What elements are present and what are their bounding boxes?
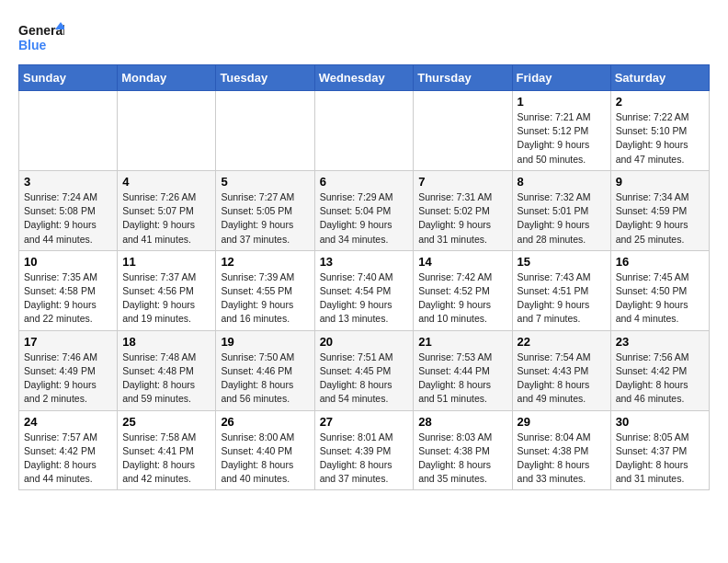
day-info: Sunrise: 7:22 AM Sunset: 5:10 PM Dayligh… xyxy=(616,110,704,167)
day-number: 2 xyxy=(616,95,704,109)
calendar-cell: 11Sunrise: 7:37 AM Sunset: 4:56 PM Dayli… xyxy=(118,250,216,330)
calendar-cell: 18Sunrise: 7:48 AM Sunset: 4:48 PM Dayli… xyxy=(118,330,216,410)
day-number: 21 xyxy=(418,335,506,349)
weekday-tuesday: Tuesday xyxy=(216,65,314,91)
calendar-cell: 30Sunrise: 8:05 AM Sunset: 4:37 PM Dayli… xyxy=(610,410,709,490)
weekday-monday: Monday xyxy=(118,65,216,91)
day-info: Sunrise: 7:53 AM Sunset: 4:44 PM Dayligh… xyxy=(418,350,506,407)
day-number: 22 xyxy=(518,335,606,349)
day-info: Sunrise: 7:56 AM Sunset: 4:42 PM Dayligh… xyxy=(616,350,704,407)
weekday-header-row: SundayMondayTuesdayWednesdayThursdayFrid… xyxy=(19,65,710,91)
calendar-cell: 6Sunrise: 7:29 AM Sunset: 5:04 PM Daylig… xyxy=(314,170,414,250)
day-info: Sunrise: 7:54 AM Sunset: 4:43 PM Dayligh… xyxy=(518,350,606,407)
day-number: 1 xyxy=(518,95,606,109)
calendar-cell: 23Sunrise: 7:56 AM Sunset: 4:42 PM Dayli… xyxy=(610,330,709,410)
day-number: 23 xyxy=(616,335,704,349)
weekday-wednesday: Wednesday xyxy=(314,65,414,91)
day-info: Sunrise: 7:51 AM Sunset: 4:45 PM Dayligh… xyxy=(320,350,409,407)
day-number: 20 xyxy=(320,335,409,349)
day-number: 26 xyxy=(221,415,309,429)
day-info: Sunrise: 7:46 AM Sunset: 4:49 PM Dayligh… xyxy=(24,350,112,407)
calendar-cell: 5Sunrise: 7:27 AM Sunset: 5:05 PM Daylig… xyxy=(216,170,314,250)
day-number: 6 xyxy=(320,175,409,189)
day-number: 13 xyxy=(320,255,409,269)
day-info: Sunrise: 7:45 AM Sunset: 4:50 PM Dayligh… xyxy=(616,270,704,327)
calendar-cell: 20Sunrise: 7:51 AM Sunset: 4:45 PM Dayli… xyxy=(314,330,414,410)
calendar-cell: 1Sunrise: 7:21 AM Sunset: 5:12 PM Daylig… xyxy=(512,91,610,171)
day-info: Sunrise: 8:00 AM Sunset: 4:40 PM Dayligh… xyxy=(221,431,309,487)
calendar-cell: 9Sunrise: 7:34 AM Sunset: 4:59 PM Daylig… xyxy=(610,170,709,250)
day-number: 16 xyxy=(616,255,704,269)
week-row-3: 10Sunrise: 7:35 AM Sunset: 4:58 PM Dayli… xyxy=(19,250,710,330)
calendar-cell: 29Sunrise: 8:04 AM Sunset: 4:38 PM Dayli… xyxy=(512,410,610,490)
day-number: 28 xyxy=(418,415,506,429)
calendar-cell: 7Sunrise: 7:31 AM Sunset: 5:02 PM Daylig… xyxy=(414,170,512,250)
day-info: Sunrise: 8:05 AM Sunset: 4:37 PM Dayligh… xyxy=(616,431,704,487)
day-number: 30 xyxy=(616,415,704,429)
day-info: Sunrise: 7:37 AM Sunset: 4:56 PM Dayligh… xyxy=(122,270,210,327)
calendar-cell: 21Sunrise: 7:53 AM Sunset: 4:44 PM Dayli… xyxy=(414,330,512,410)
calendar-cell xyxy=(118,91,216,171)
day-info: Sunrise: 8:04 AM Sunset: 4:38 PM Dayligh… xyxy=(518,431,606,487)
week-row-1: 1Sunrise: 7:21 AM Sunset: 5:12 PM Daylig… xyxy=(19,91,710,171)
day-number: 9 xyxy=(616,175,704,189)
day-info: Sunrise: 8:01 AM Sunset: 4:39 PM Dayligh… xyxy=(320,431,409,487)
calendar-cell xyxy=(314,91,414,171)
day-info: Sunrise: 7:21 AM Sunset: 5:12 PM Dayligh… xyxy=(518,110,606,167)
week-row-2: 3Sunrise: 7:24 AM Sunset: 5:08 PM Daylig… xyxy=(19,170,710,250)
calendar-cell xyxy=(19,91,118,171)
calendar-cell: 27Sunrise: 8:01 AM Sunset: 4:39 PM Dayli… xyxy=(314,410,414,490)
day-number: 29 xyxy=(518,415,606,429)
day-info: Sunrise: 7:31 AM Sunset: 5:02 PM Dayligh… xyxy=(418,190,506,247)
weekday-friday: Friday xyxy=(512,65,610,91)
day-number: 19 xyxy=(221,335,309,349)
day-info: Sunrise: 7:57 AM Sunset: 4:42 PM Dayligh… xyxy=(24,431,112,487)
calendar-cell: 28Sunrise: 8:03 AM Sunset: 4:38 PM Dayli… xyxy=(414,410,512,490)
calendar-cell: 12Sunrise: 7:39 AM Sunset: 4:55 PM Dayli… xyxy=(216,250,314,330)
day-info: Sunrise: 7:27 AM Sunset: 5:05 PM Dayligh… xyxy=(221,190,309,247)
day-number: 27 xyxy=(320,415,409,429)
weekday-thursday: Thursday xyxy=(414,65,512,91)
day-number: 24 xyxy=(24,415,112,429)
day-info: Sunrise: 7:39 AM Sunset: 4:55 PM Dayligh… xyxy=(221,270,309,327)
calendar-cell: 4Sunrise: 7:26 AM Sunset: 5:07 PM Daylig… xyxy=(118,170,216,250)
calendar-cell xyxy=(216,91,314,171)
calendar-cell: 19Sunrise: 7:50 AM Sunset: 4:46 PM Dayli… xyxy=(216,330,314,410)
day-info: Sunrise: 7:26 AM Sunset: 5:07 PM Dayligh… xyxy=(122,190,210,247)
calendar-cell: 14Sunrise: 7:42 AM Sunset: 4:52 PM Dayli… xyxy=(414,250,512,330)
logo-svg: General Blue xyxy=(18,18,64,55)
page-header: General Blue xyxy=(18,18,710,55)
day-info: Sunrise: 7:32 AM Sunset: 5:01 PM Dayligh… xyxy=(518,190,606,247)
day-number: 11 xyxy=(122,255,210,269)
logo: General Blue xyxy=(18,18,64,55)
calendar-cell: 25Sunrise: 7:58 AM Sunset: 4:41 PM Dayli… xyxy=(118,410,216,490)
calendar-cell: 15Sunrise: 7:43 AM Sunset: 4:51 PM Dayli… xyxy=(512,250,610,330)
calendar-cell: 8Sunrise: 7:32 AM Sunset: 5:01 PM Daylig… xyxy=(512,170,610,250)
day-number: 14 xyxy=(418,255,506,269)
calendar-cell: 13Sunrise: 7:40 AM Sunset: 4:54 PM Dayli… xyxy=(314,250,414,330)
weekday-sunday: Sunday xyxy=(19,65,118,91)
calendar-cell xyxy=(414,91,512,171)
calendar-cell: 2Sunrise: 7:22 AM Sunset: 5:10 PM Daylig… xyxy=(610,91,709,171)
calendar-cell: 22Sunrise: 7:54 AM Sunset: 4:43 PM Dayli… xyxy=(512,330,610,410)
day-number: 12 xyxy=(221,255,309,269)
day-number: 25 xyxy=(122,415,210,429)
svg-text:Blue: Blue xyxy=(18,38,47,52)
day-info: Sunrise: 8:03 AM Sunset: 4:38 PM Dayligh… xyxy=(418,431,506,487)
calendar-cell: 17Sunrise: 7:46 AM Sunset: 4:49 PM Dayli… xyxy=(19,330,118,410)
calendar-cell: 24Sunrise: 7:57 AM Sunset: 4:42 PM Dayli… xyxy=(19,410,118,490)
day-info: Sunrise: 7:43 AM Sunset: 4:51 PM Dayligh… xyxy=(518,270,606,327)
day-number: 17 xyxy=(24,335,112,349)
day-info: Sunrise: 7:48 AM Sunset: 4:48 PM Dayligh… xyxy=(122,350,210,407)
day-info: Sunrise: 7:24 AM Sunset: 5:08 PM Dayligh… xyxy=(24,190,112,247)
week-row-4: 17Sunrise: 7:46 AM Sunset: 4:49 PM Dayli… xyxy=(19,330,710,410)
calendar-table: SundayMondayTuesdayWednesdayThursdayFrid… xyxy=(18,64,710,490)
day-number: 5 xyxy=(221,175,309,189)
calendar-cell: 16Sunrise: 7:45 AM Sunset: 4:50 PM Dayli… xyxy=(610,250,709,330)
day-info: Sunrise: 7:50 AM Sunset: 4:46 PM Dayligh… xyxy=(221,350,309,407)
day-number: 4 xyxy=(122,175,210,189)
day-number: 7 xyxy=(418,175,506,189)
day-info: Sunrise: 7:42 AM Sunset: 4:52 PM Dayligh… xyxy=(418,270,506,327)
calendar-cell: 10Sunrise: 7:35 AM Sunset: 4:58 PM Dayli… xyxy=(19,250,118,330)
weekday-saturday: Saturday xyxy=(610,65,709,91)
